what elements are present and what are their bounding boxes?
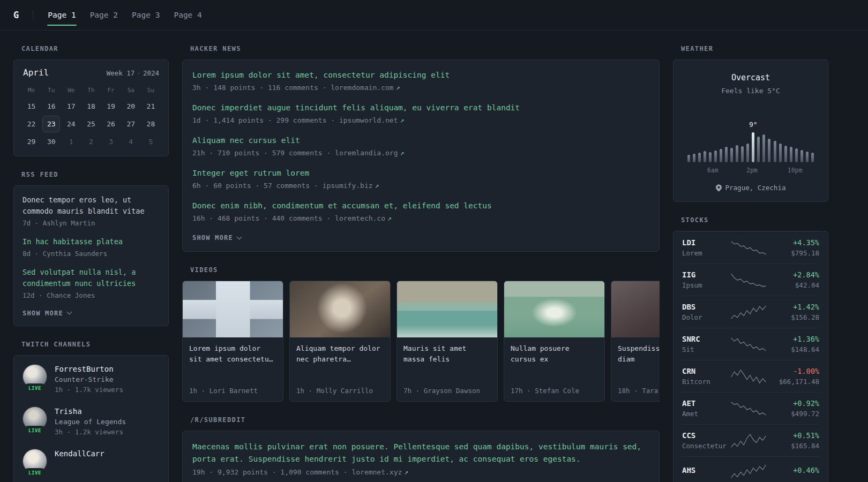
external-link-arrow-icon[interactable]: ↗: [400, 149, 405, 157]
external-link-arrow-icon[interactable]: ↗: [375, 182, 379, 190]
rss-show-more-label: SHOW MORE: [23, 310, 63, 317]
middle-column: HACKER NEWS Lorem ipsum dolor sit amet, …: [182, 45, 660, 482]
stock-price: $499.72: [771, 410, 819, 418]
stocks-section-title: STOCKS: [681, 216, 828, 224]
calendar-day: 25: [82, 116, 100, 132]
calendar-day: 18: [82, 98, 100, 115]
rss-show-more-button[interactable]: SHOW MORE: [23, 310, 71, 317]
external-link-arrow-icon[interactable]: ↗: [396, 84, 400, 92]
rss-item: In hac habitasse platea 8d · Cynthia Sau…: [23, 236, 160, 258]
calendar-day: 15: [23, 98, 40, 115]
external-link-arrow-icon[interactable]: ↗: [400, 116, 405, 124]
stock-values: +0.51% $165.84: [771, 431, 819, 450]
chevron-down-icon: [236, 234, 242, 239]
twitch-channel-meta: 1h · 1.7k viewers: [55, 386, 123, 394]
stock-price: $165.84: [771, 442, 819, 450]
calendar-day: 20: [122, 98, 140, 115]
stock-price: $156.28: [771, 313, 819, 321]
weekday-label: Su: [141, 83, 161, 97]
weather-bar: [790, 147, 792, 162]
rss-item-title[interactable]: Sed volutpat nulla nisl, a condimentum n…: [23, 267, 160, 289]
weather-bar: [730, 148, 733, 162]
video-thumbnail: [611, 281, 660, 337]
video-thumbnail: [290, 281, 390, 337]
twitch-channel-info: KendallCarr: [55, 449, 104, 477]
weather-bar: [693, 154, 695, 162]
weather-time-label: 2pm: [746, 167, 758, 174]
stock-change: -1.00%: [771, 367, 819, 375]
twitch-channel-row[interactable]: LIVE Trisha League of Legends 3h · 1.2k …: [23, 406, 160, 436]
stock-change: +0.46%: [771, 466, 819, 475]
twitch-channel-row[interactable]: LIVE KendallCarr: [23, 449, 160, 477]
video-card[interactable]: Aliquam tempor dolor nec pharetra… 1h · …: [289, 281, 391, 402]
stock-sparkline: [730, 401, 767, 417]
video-card-body: Mauris sit amet massa felis 7h · Grayson…: [397, 337, 497, 401]
hacker-news-item-meta-text: 16h · 468 points · 440 comments · loremt…: [192, 214, 385, 222]
calendar-day: 24: [62, 116, 80, 132]
videos-section-title: VIDEOS: [190, 266, 660, 274]
stock-row: AET Amet +0.92% $499.72: [682, 392, 819, 424]
calendar-day: 22: [23, 116, 40, 132]
calendar-day: 21: [142, 98, 160, 115]
hacker-news-item: Aliquam nec cursus elit 21h · 710 points…: [192, 135, 649, 157]
hacker-news-item-title[interactable]: Donec enim nibh, condimentum et accumsan…: [192, 200, 649, 212]
rss-item: Donec tempor eros leo, ut commodo mauris…: [23, 194, 160, 227]
weather-time-axis: 6am2pm10pm: [687, 167, 814, 175]
hacker-news-item-title[interactable]: Aliquam nec cursus elit: [192, 135, 649, 146]
hacker-news-card: Lorem ipsum dolor sit amet, consectetur …: [182, 59, 660, 252]
rss-card: Donec tempor eros leo, ut commodo mauris…: [13, 185, 169, 326]
stock-row: CCS Consectetur +0.51% $165.84: [682, 424, 819, 456]
calendar-widget: CALENDAR April Week 17·2024 MoTuWeThFrSa…: [13, 45, 169, 156]
weather-bar: [800, 150, 803, 162]
rss-item-title[interactable]: Donec tempor eros leo, ut commodo mauris…: [23, 194, 160, 217]
stock-row: DBS Dolor +1.42% $156.28: [682, 296, 819, 328]
hacker-news-item-title[interactable]: Integer eget rutrum lorem: [192, 168, 649, 179]
video-card[interactable]: Nullam posuere cursus ex 17h · Stefan Co…: [504, 281, 605, 402]
calendar-year: 2024: [143, 69, 159, 77]
video-card[interactable]: Suspendisse potenti diam 18h · Tara: [611, 281, 660, 402]
video-card[interactable]: Mauris sit amet massa felis 7h · Grayson…: [396, 281, 498, 402]
hacker-news-item-title[interactable]: Donec imperdiet augue tincidunt felis al…: [192, 102, 649, 114]
hacker-news-item-title[interactable]: Lorem ipsum dolor sit amet, consectetur …: [192, 70, 649, 81]
stock-ticker: DBS: [682, 303, 726, 311]
calendar-day: 3: [102, 133, 120, 150]
video-thumbnail: [183, 281, 283, 337]
twitch-channel-row[interactable]: LIVE ForrestBurton Counter-Strike 1h · 1…: [23, 364, 160, 394]
app-logo[interactable]: G: [13, 10, 19, 20]
stock-identity: AHS: [682, 466, 726, 477]
stock-identity: AET Amet: [682, 399, 726, 418]
weather-bar: [720, 149, 722, 162]
weather-bar: 9°: [752, 132, 754, 162]
twitch-channel-name: KendallCarr: [55, 449, 104, 458]
twitch-avatar-wrap: LIVE: [23, 364, 47, 392]
stock-values: -1.00% $66,171.48: [771, 367, 819, 386]
nav-tab[interactable]: Page 2: [83, 0, 125, 30]
stock-ticker: AET: [682, 399, 726, 408]
live-badge: LIVE: [24, 426, 46, 435]
hn-show-more-button[interactable]: SHOW MORE: [192, 234, 241, 242]
nav-tab[interactable]: Page 3: [125, 0, 167, 30]
video-title: Nullam posuere cursus ex: [511, 343, 598, 365]
video-card-body: Nullam posuere cursus ex 17h · Stefan Co…: [504, 337, 604, 401]
weather-time-label: 6am: [707, 167, 719, 174]
weather-bar: [784, 146, 787, 162]
external-link-arrow-icon[interactable]: ↗: [404, 468, 408, 476]
video-card[interactable]: Lorem ipsum dolor sit amet consectetu… 1…: [182, 281, 283, 402]
rss-item-title[interactable]: In hac habitasse platea: [23, 236, 160, 247]
stock-values: +2.84% $42.04: [771, 270, 819, 289]
twitch-channel-name: Trisha: [55, 407, 126, 416]
calendar-day: 19: [102, 98, 120, 115]
nav-tab[interactable]: Page 4: [167, 0, 208, 30]
external-link-arrow-icon[interactable]: ↗: [387, 214, 392, 222]
hacker-news-item: Donec imperdiet augue tincidunt felis al…: [192, 102, 649, 124]
calendar-day: 30: [42, 133, 60, 150]
subreddit-post-title[interactable]: Maecenas mollis pulvinar erat non posuer…: [192, 441, 649, 465]
twitch-channel-meta: 3h · 1.2k viewers: [55, 428, 126, 436]
calendar-week-year: Week 17·2024: [107, 69, 159, 77]
calendar-day: 17: [62, 98, 80, 115]
weather-bar: [774, 141, 776, 162]
nav-tab[interactable]: Page 1: [41, 0, 83, 30]
hacker-news-item: Lorem ipsum dolor sit amet, consectetur …: [192, 70, 649, 92]
hacker-news-item: Donec enim nibh, condimentum et accumsan…: [192, 200, 649, 222]
weather-bar: [687, 155, 690, 162]
